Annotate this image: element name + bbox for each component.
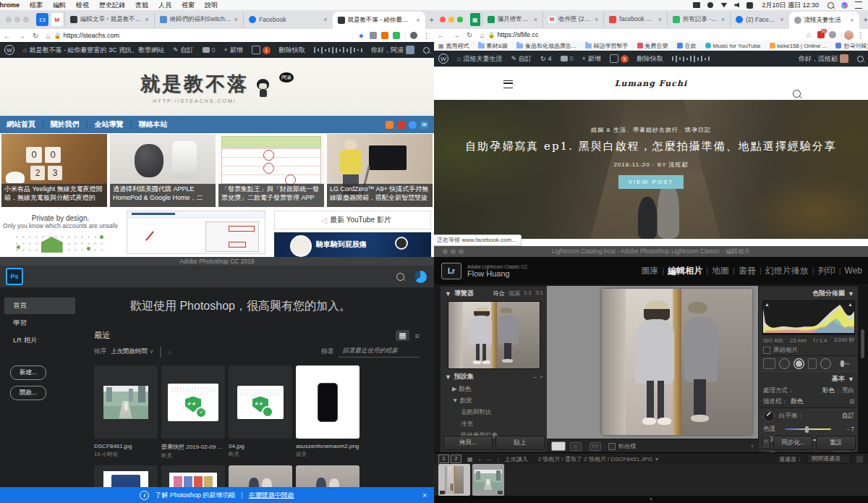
- toolbar-chevron[interactable]: ▿: [751, 443, 754, 449]
- wp-site-name[interactable]: ⌂就是教不落 - 給你最豐富的 3C 資訊、教學網站: [23, 46, 164, 55]
- file-card[interactable]: ✓ 螢幕快照 2019-02-09 下午12.42.4... 昨天: [161, 365, 225, 460]
- twitter-icon[interactable]: [409, 121, 417, 129]
- banner-link[interactable]: 在瀏覽器中開啟: [249, 491, 294, 500]
- panel-scrollbar[interactable]: [858, 286, 868, 452]
- bookmark-ytmusic[interactable]: Music for YouTube: [705, 43, 761, 49]
- extension-icon[interactable]: [381, 32, 388, 39]
- back-button[interactable]: ←: [4, 32, 11, 40]
- photo-dscf8451[interactable]: [602, 289, 752, 435]
- develop-canvas[interactable]: [547, 286, 758, 439]
- monitor-1-button[interactable]: 1: [438, 455, 449, 463]
- menu-chrome[interactable]: Chrome: [0, 1, 25, 9]
- search-icon[interactable]: [793, 90, 801, 98]
- wp-updates[interactable]: 1: [252, 46, 271, 54]
- forward-button[interactable]: →: [18, 32, 25, 40]
- bottom-panel-toggle[interactable]: ▾: [434, 496, 868, 503]
- wp-search[interactable]: [857, 56, 864, 62]
- wp-update-badge[interactable]: 5: [610, 54, 629, 63]
- nav-sitemap[interactable]: 全站導覽: [95, 119, 124, 130]
- wp-greeting[interactable]: 你好，阿湯: [371, 46, 414, 55]
- nav-3to1[interactable]: 3:1: [535, 289, 543, 297]
- module-book[interactable]: 書冊: [739, 265, 756, 277]
- module-web[interactable]: Web: [845, 266, 862, 276]
- menu-file[interactable]: 檔案: [25, 1, 48, 10]
- tab-close-icon[interactable]: ×: [145, 16, 148, 23]
- window-controls[interactable]: [443, 249, 464, 254]
- article-card-lg-vacuum[interactable]: LG CordZero™ A9+ 快清式手持無線吸塵器開箱，搭配全新智慧雙旋: [327, 134, 433, 207]
- extension-icon[interactable]: [829, 31, 836, 38]
- module-map[interactable]: 地圖: [712, 265, 729, 277]
- collapse-icon[interactable]: ▼: [445, 290, 451, 297]
- promo-widget[interactable]: Private by design. Only you know which a…: [0, 208, 121, 257]
- rss-icon[interactable]: [386, 121, 393, 129]
- navigator-header[interactable]: ▼ 導覽器 符合 填滿 1:1 3:1: [441, 287, 548, 300]
- site-logo[interactable]: 就是教不落: [140, 71, 249, 97]
- reset-button[interactable]: 重設: [816, 436, 856, 450]
- menu-edit[interactable]: 編輯: [48, 1, 71, 10]
- bookmark-folder[interactable]: 素材&圖: [478, 42, 508, 50]
- tab-close-icon[interactable]: ×: [416, 17, 420, 24]
- filmstrip-info[interactable]: 2 張相片 / 選取了 2 張相片 / DSCF8451.JPG: [538, 455, 652, 463]
- grid-view-icon[interactable]: ▦: [467, 456, 473, 462]
- forward-button[interactable]: →: [452, 31, 459, 39]
- reload-button[interactable]: ↻: [33, 32, 38, 40]
- tab-steachs-active[interactable]: 就是教不落 - 給你最豐富的 3C ×: [333, 12, 425, 29]
- wp-customize[interactable]: ✎自訂: [511, 54, 532, 64]
- shadow-clipping-icon[interactable]: ▲: [765, 302, 770, 307]
- original-photo-row[interactable]: 原始相片: [759, 345, 859, 355]
- wp-comments[interactable]: 0: [203, 46, 216, 54]
- chrome-menu-icon[interactable]: ⋮: [857, 31, 864, 39]
- address-bar[interactable]: https://sflife.cc: [497, 31, 538, 38]
- home-button[interactable]: ⌂: [480, 31, 484, 39]
- profile-extension-icon[interactable]: [410, 32, 417, 39]
- radial-tool-icon[interactable]: [820, 358, 831, 369]
- add-preset-icon[interactable]: +: [540, 373, 543, 380]
- filter-lock-icon[interactable]: [856, 455, 864, 463]
- crop-tool-icon[interactable]: [763, 358, 775, 369]
- sync-button[interactable]: 同步化...: [773, 436, 813, 450]
- treatment-bw[interactable]: 黑白: [842, 386, 854, 395]
- tab-facebook-symbols[interactable]: facebook 符號 | FB ×: [603, 12, 666, 28]
- loupe-view-icon[interactable]: [551, 441, 566, 451]
- gradient-tool-icon[interactable]: [808, 358, 817, 369]
- menu-window[interactable]: 視窗: [176, 1, 200, 10]
- collapse-icon[interactable]: ▼: [848, 376, 854, 383]
- menu-view[interactable]: 檢視: [71, 1, 94, 10]
- wp-updates-count[interactable]: ↻4: [540, 55, 552, 62]
- wp-delete-cache[interactable]: 刪除快取: [279, 46, 305, 55]
- temp-slider[interactable]: [785, 428, 831, 431]
- basic-header[interactable]: 基本 ▼: [759, 372, 859, 386]
- pinned-tab-calendar[interactable]: 13: [36, 13, 48, 26]
- module-library[interactable]: 圖庫: [641, 265, 658, 277]
- tab-facebook[interactable]: Facebook ×: [243, 12, 332, 28]
- bookmark-music[interactable]: 免費音樂: [637, 42, 668, 50]
- bookmark-folder[interactable]: 韓語學習幫手: [585, 42, 629, 50]
- email-icon[interactable]: ✉: [420, 121, 428, 129]
- new-tab-button[interactable]: +: [864, 15, 868, 24]
- youtube-thumbnail[interactable]: 騎車騎到屁股痛: [274, 232, 431, 257]
- list-view-icon[interactable]: ≡: [415, 331, 420, 340]
- histogram-header[interactable]: 色階分佈圖 ▼: [759, 287, 859, 300]
- stats-sparkline[interactable]: [314, 46, 362, 54]
- tab-evernote[interactable]: 所有記事 - Evernote ×: [667, 12, 730, 28]
- original-checkbox[interactable]: [763, 347, 770, 354]
- tab-sflife-active[interactable]: 流恠夫妻生活 ×: [789, 12, 859, 29]
- article-card-homepod[interactable]: 透過得利購美國代購 APPLE HomePod & Google Home，二: [110, 134, 216, 207]
- collapse-icon[interactable]: ▼: [848, 290, 854, 297]
- before-after-icon[interactable]: ▯▯: [570, 442, 582, 451]
- histogram[interactable]: ▲ ▲: [762, 300, 855, 335]
- back-button[interactable]: ←: [438, 31, 445, 39]
- reload-button[interactable]: ↻: [467, 31, 472, 39]
- wp-search[interactable]: [423, 47, 430, 54]
- bookmark-star-icon[interactable]: ★: [358, 32, 365, 40]
- wifi-icon[interactable]: [720, 3, 727, 8]
- window-controls[interactable]: [6, 17, 29, 22]
- word-screenshot[interactable]: [127, 211, 265, 254]
- menubar-clock[interactable]: 2月10日 週日 12:30: [757, 1, 824, 10]
- photoshop-logo[interactable]: Ps: [6, 268, 23, 285]
- gmail-notifier-icon[interactable]: 30: [817, 31, 825, 38]
- bluetooth-icon[interactable]: [707, 2, 713, 8]
- keyboard-icon[interactable]: [693, 2, 700, 8]
- search-icon[interactable]: [396, 273, 404, 281]
- softproof-checkbox[interactable]: [608, 443, 616, 450]
